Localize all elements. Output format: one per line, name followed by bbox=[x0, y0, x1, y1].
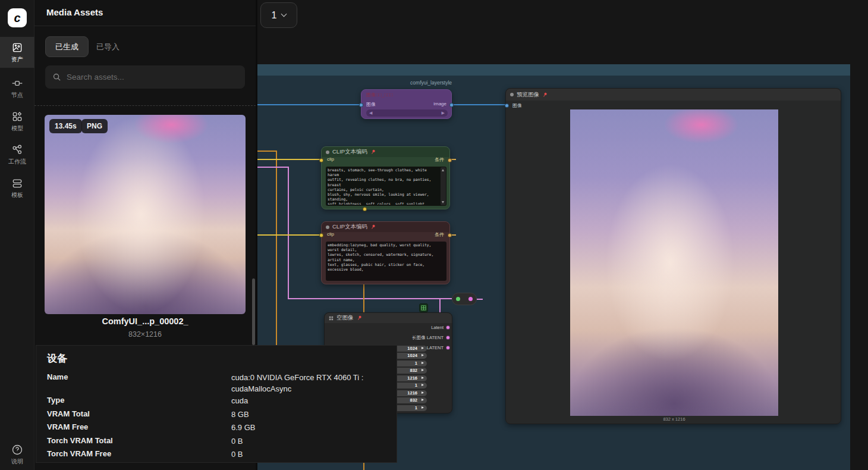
latent-output-label: Latent bbox=[431, 325, 444, 330]
sidebar-item-templates[interactable]: 模板 bbox=[0, 173, 34, 203]
node-header[interactable]: 空图像 bbox=[325, 313, 452, 323]
node-title: CLIP文本编码 bbox=[332, 148, 367, 156]
dashed-separator bbox=[34, 105, 256, 106]
widget-value: 832 bbox=[410, 397, 417, 403]
workflows-icon bbox=[11, 144, 23, 156]
clip-text-encode-positive-node[interactable]: CLIP文本编码 clip 条件 breasts, stomach, see-t… bbox=[321, 146, 450, 209]
image-input-slot[interactable] bbox=[505, 104, 509, 108]
duration-badge: 13.45s bbox=[49, 119, 82, 133]
reroute-input-slot[interactable] bbox=[456, 297, 460, 301]
panel-header: Media Assets bbox=[34, 0, 256, 26]
widget-value: 1024 bbox=[407, 353, 417, 359]
scroll-down-icon[interactable] bbox=[442, 201, 444, 203]
tab-imported[interactable]: 已导入 bbox=[87, 36, 129, 57]
increment-icon[interactable] bbox=[422, 377, 424, 379]
collapse-dot-icon[interactable] bbox=[326, 151, 329, 154]
logo-letter: c bbox=[14, 11, 20, 25]
scroll-up-icon[interactable] bbox=[442, 169, 444, 171]
comfyui-logo[interactable]: c bbox=[8, 8, 27, 27]
increment-icon[interactable] bbox=[422, 406, 424, 409]
sidebar-item-workflows[interactable]: 工作流 bbox=[0, 139, 34, 170]
input-slot-label: 图像 bbox=[512, 102, 522, 109]
clip-text-encode-negative-node[interactable]: CLIP文本编码 clip 条件 embedding:lazyneg, bad … bbox=[321, 221, 450, 284]
batch-count-value: 1 bbox=[272, 10, 277, 21]
assets-icon bbox=[11, 42, 23, 54]
input-slot-label: clip bbox=[327, 156, 334, 162]
sidebar-item-nodes[interactable]: 节点 bbox=[0, 73, 34, 104]
image-output-slot[interactable] bbox=[449, 103, 454, 107]
sidebar-item-label: 说明 bbox=[11, 458, 23, 466]
prompt-textarea[interactable]: embedding:lazyneg, bad quality, worst qu… bbox=[326, 242, 446, 281]
textarea-scrollbar[interactable] bbox=[441, 167, 446, 205]
latent-output-label: 长图像 LATENT bbox=[412, 335, 444, 341]
increment-icon[interactable] bbox=[422, 399, 424, 401]
reroute-output-slot[interactable] bbox=[468, 297, 473, 301]
device-title: 设备 bbox=[47, 352, 67, 365]
layerstyle-node[interactable]: 图像□□_□□□ 图像 image ◀ ▶ bbox=[361, 89, 452, 119]
latent-output-slot[interactable] bbox=[446, 346, 450, 350]
latent-output-slot[interactable] bbox=[446, 325, 450, 330]
widget-value: 1216 bbox=[407, 375, 417, 381]
preview-image-placeholder[interactable] bbox=[570, 109, 778, 416]
widget-value: 832 bbox=[410, 368, 417, 374]
sidebar-item-models[interactable]: 模型 bbox=[0, 106, 34, 137]
preview-size-label: 832 x 1216 bbox=[570, 416, 778, 422]
increment-icon[interactable] bbox=[422, 384, 424, 386]
prompt-textarea[interactable]: breasts, stomach, see-through clothes, w… bbox=[326, 167, 446, 206]
sidebar-item-label: 节点 bbox=[11, 91, 23, 99]
bottom-slot[interactable] bbox=[363, 207, 367, 211]
device-row-label: Torch VRAM Total bbox=[47, 436, 113, 445]
custom-nodepack-label: comfyui_layerstyle bbox=[376, 80, 452, 86]
device-row-label: VRAM Total bbox=[47, 409, 90, 418]
widget-value: 1 bbox=[415, 405, 417, 411]
format-badge: PNG bbox=[81, 119, 108, 133]
collapsed-mini-node[interactable] bbox=[419, 303, 428, 312]
sidebar-item-assets[interactable]: 资产 bbox=[0, 37, 34, 68]
conditioning-output-slot[interactable] bbox=[448, 233, 452, 237]
asset-thumbnail[interactable]: 13.45s PNG bbox=[45, 115, 246, 314]
clip-input-slot[interactable] bbox=[319, 158, 323, 162]
reroute-node[interactable] bbox=[452, 293, 477, 305]
combo-widget[interactable]: ◀ ▶ bbox=[366, 109, 448, 117]
device-row-value: 8 GB bbox=[231, 409, 391, 421]
clip-input-slot[interactable] bbox=[319, 233, 323, 237]
increment-icon[interactable] bbox=[422, 347, 424, 349]
latent-output-slot[interactable] bbox=[446, 336, 450, 340]
node-header[interactable]: CLIP文本编码 bbox=[322, 147, 449, 157]
output-slot-label: image bbox=[433, 101, 446, 106]
grid-icon[interactable] bbox=[329, 316, 334, 321]
device-row-label: Torch VRAM Free bbox=[47, 449, 111, 458]
input-slot-label: clip bbox=[327, 231, 334, 237]
device-row-label: Type bbox=[47, 396, 64, 405]
node-header[interactable]: 预览图像 bbox=[506, 89, 841, 101]
panel-scrollbar-thumb[interactable] bbox=[252, 278, 255, 345]
collapse-dot-icon[interactable] bbox=[510, 93, 514, 96]
preview-image-node[interactable]: 预览图像 图像 832 x 1216 bbox=[505, 88, 841, 424]
conditioning-output-slot[interactable] bbox=[448, 158, 452, 162]
device-row-value: cuda:0 NVIDIA GeForce RTX 4060 Ti : cuda… bbox=[231, 372, 391, 395]
combo-right-arrow[interactable]: ▶ bbox=[442, 111, 445, 115]
sidebar-item-label: 资产 bbox=[11, 55, 23, 64]
input-slot-label: 图像 bbox=[366, 101, 376, 108]
increment-icon[interactable] bbox=[422, 369, 424, 371]
sidebar-item-label: 工作流 bbox=[8, 158, 26, 166]
increment-icon[interactable] bbox=[422, 354, 424, 356]
increment-icon[interactable] bbox=[422, 391, 424, 394]
sidebar-item-label: 模板 bbox=[11, 191, 23, 199]
search-input[interactable] bbox=[67, 73, 227, 82]
node-header[interactable]: CLIP文本编码 bbox=[322, 222, 449, 232]
templates-icon bbox=[11, 177, 23, 189]
widget-value: 1024 bbox=[407, 346, 417, 352]
device-row-value: 6.9 GB bbox=[231, 422, 391, 434]
combo-left-arrow[interactable]: ◀ bbox=[369, 111, 372, 115]
tab-generated[interactable]: 已生成 bbox=[45, 36, 89, 57]
asset-filename[interactable]: ComfyUI_...p_00002_ bbox=[34, 317, 256, 326]
output-slot-label: 条件 bbox=[435, 231, 444, 238]
collapse-dot-icon[interactable] bbox=[326, 225, 329, 229]
batch-count-dropdown[interactable]: 1 bbox=[260, 2, 297, 28]
node-title: 预览图像 bbox=[517, 91, 539, 99]
sidebar-item-help[interactable]: 说明 bbox=[0, 439, 34, 470]
output-slot-label: 条件 bbox=[435, 156, 444, 163]
increment-icon[interactable] bbox=[422, 362, 424, 364]
image-input-slot[interactable] bbox=[359, 103, 363, 107]
